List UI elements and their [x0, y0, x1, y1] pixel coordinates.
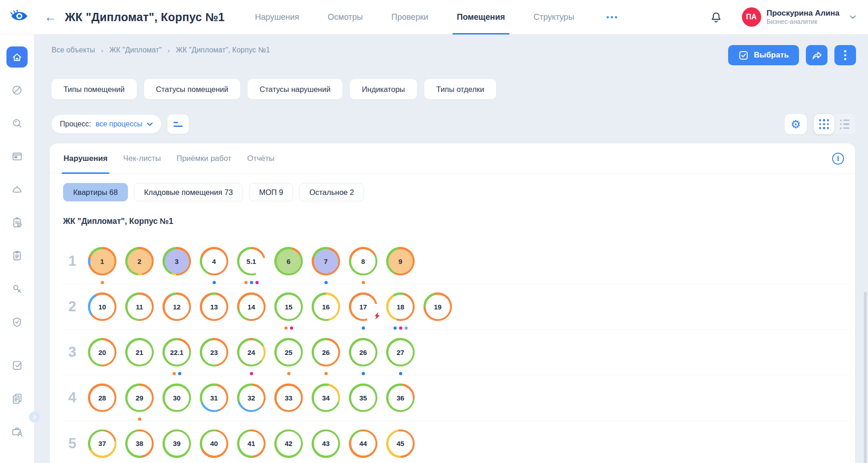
- unit-circle[interactable]: 26: [312, 338, 340, 366]
- breadcrumb-item[interactable]: ЖК "Дипломат", Корпус №1: [176, 46, 270, 54]
- unit-circle[interactable]: 1: [88, 247, 116, 275]
- nav-tab[interactable]: Помещения: [455, 0, 507, 34]
- sidebar-item-prohibited[interactable]: [6, 80, 28, 101]
- unit-circle[interactable]: 39: [162, 429, 191, 458]
- unit-circle[interactable]: 33: [274, 383, 303, 412]
- unit-circle[interactable]: 32: [237, 383, 266, 412]
- unit-circle[interactable]: 30: [162, 383, 191, 412]
- unit-circle[interactable]: 31: [200, 383, 228, 412]
- status-dot: [324, 281, 328, 284]
- nav-tab[interactable]: Структуры: [532, 0, 576, 34]
- unit-circle[interactable]: 12: [162, 292, 191, 321]
- unit-circle[interactable]: 4: [200, 247, 228, 275]
- sidebar-item-clipboard[interactable]: [6, 245, 28, 266]
- unit-circle[interactable]: 8: [349, 247, 377, 275]
- unit-circle[interactable]: 43: [312, 429, 340, 458]
- unit-circle[interactable]: 44: [349, 429, 377, 458]
- breadcrumb-item[interactable]: ЖК "Дипломат": [109, 46, 162, 54]
- unit-circle[interactable]: 38: [125, 429, 154, 458]
- category-chip[interactable]: Квартиры 68: [63, 183, 128, 201]
- category-chip[interactable]: Кладовые помещения 73: [134, 183, 243, 201]
- unit-circle[interactable]: 3: [162, 247, 191, 275]
- unit-circle[interactable]: 18: [386, 292, 415, 321]
- sidebar-item-briefcase-user[interactable]: [6, 421, 28, 442]
- sidebar-item-home[interactable]: [6, 46, 28, 68]
- select-button[interactable]: Выбрать: [728, 45, 799, 65]
- sidebar-item-key[interactable]: [6, 278, 28, 299]
- sidebar-item-shield-check[interactable]: [6, 311, 28, 332]
- unit-circle[interactable]: 7: [312, 247, 340, 275]
- back-button[interactable]: ←: [44, 11, 57, 23]
- card-tab[interactable]: Приёмки работ: [176, 143, 231, 174]
- unit-circle[interactable]: 24: [237, 338, 266, 366]
- unit-circle[interactable]: 29: [125, 383, 154, 412]
- unit-circle[interactable]: 25: [274, 338, 303, 366]
- filter-chip[interactable]: Статусы нарушений: [248, 79, 342, 99]
- unit-progress-ring: 23: [200, 338, 228, 366]
- unit-circle[interactable]: 13: [200, 292, 228, 321]
- unit-circle[interactable]: 11: [125, 292, 154, 321]
- sort-button[interactable]: [168, 114, 189, 134]
- unit-circle[interactable]: 6: [274, 247, 303, 275]
- unit-circle[interactable]: 35: [349, 383, 377, 412]
- sidebar-item-card[interactable]: [6, 146, 28, 167]
- unit-circle[interactable]: 26: [349, 338, 377, 366]
- category-chip[interactable]: Остальное 2: [299, 183, 364, 201]
- unit-circle[interactable]: 14: [237, 292, 266, 321]
- user-menu[interactable]: Проскурина Алина Бизнес-аналитик: [767, 8, 840, 26]
- unit-circle[interactable]: 15: [274, 292, 303, 321]
- filter-chip[interactable]: Типы помещений: [52, 79, 137, 99]
- info-icon[interactable]: i: [832, 153, 844, 165]
- more-actions-button[interactable]: [834, 45, 856, 65]
- sidebar-item-helmet[interactable]: [6, 179, 28, 200]
- settings-button[interactable]: ⚙: [785, 114, 807, 134]
- unit-circle[interactable]: 21: [125, 338, 154, 366]
- filter-chip[interactable]: Индикаторы: [350, 79, 417, 99]
- unit-circle[interactable]: 34: [312, 383, 340, 412]
- unit-circle[interactable]: 22.1: [162, 338, 191, 366]
- sidebar-item-checkbox[interactable]: [6, 354, 28, 376]
- user-avatar[interactable]: ПА: [742, 7, 761, 27]
- filter-chip[interactable]: Типы отделки: [424, 79, 496, 99]
- unit-circle[interactable]: 20: [88, 338, 116, 366]
- unit-circle[interactable]: 40: [200, 429, 228, 458]
- sidebar-expand-button[interactable]: [29, 412, 40, 423]
- unit-circle[interactable]: 23: [200, 338, 228, 366]
- unit-circle[interactable]: 45: [386, 429, 415, 458]
- unit-circle[interactable]: 27: [386, 338, 415, 366]
- nav-tab[interactable]: Нарушения: [253, 0, 301, 34]
- app-logo[interactable]: [9, 10, 29, 24]
- grid-view-button[interactable]: [814, 114, 834, 134]
- list-view-button[interactable]: [834, 114, 855, 134]
- unit-circle[interactable]: 37: [88, 429, 116, 458]
- filter-chip[interactable]: Статусы помещений: [144, 79, 240, 99]
- unit-circle[interactable]: 2: [125, 247, 154, 275]
- nav-more-button[interactable]: [607, 16, 617, 18]
- sidebar-item-clipboard-check[interactable]: [6, 212, 28, 233]
- unit-circle[interactable]: 16: [312, 292, 340, 321]
- unit-circle[interactable]: 28: [88, 383, 116, 412]
- breadcrumb-item[interactable]: Все объекты: [52, 46, 95, 54]
- unit-circle[interactable]: 9: [386, 247, 415, 275]
- unit-circle[interactable]: 19: [423, 292, 452, 321]
- chevron-down-icon[interactable]: [850, 15, 856, 19]
- sidebar-item-search[interactable]: [6, 113, 28, 134]
- unit-circle[interactable]: 36: [386, 383, 415, 412]
- status-dots: [196, 281, 232, 284]
- unit-circle[interactable]: 17: [349, 292, 377, 321]
- sidebar-item-copy[interactable]: [6, 388, 28, 409]
- unit-circle[interactable]: 42: [274, 429, 303, 458]
- nav-tab[interactable]: Осмотры: [326, 0, 365, 34]
- unit-circle[interactable]: 10: [88, 292, 116, 321]
- process-filter-dropdown[interactable]: Процесс: все процессы: [52, 115, 161, 133]
- vertical-scrollbar[interactable]: [864, 292, 867, 463]
- category-chip[interactable]: МОП 9: [249, 183, 293, 201]
- share-button[interactable]: [806, 45, 827, 65]
- unit-circle[interactable]: 41: [237, 429, 266, 458]
- notifications-bell-icon[interactable]: [710, 11, 723, 23]
- unit-circle[interactable]: 5.1: [237, 247, 266, 275]
- nav-tab[interactable]: Проверки: [389, 0, 430, 34]
- card-tab[interactable]: Чек-листы: [123, 143, 161, 174]
- card-tab[interactable]: Отчёты: [247, 143, 274, 174]
- card-tab[interactable]: Нарушения: [64, 143, 108, 174]
